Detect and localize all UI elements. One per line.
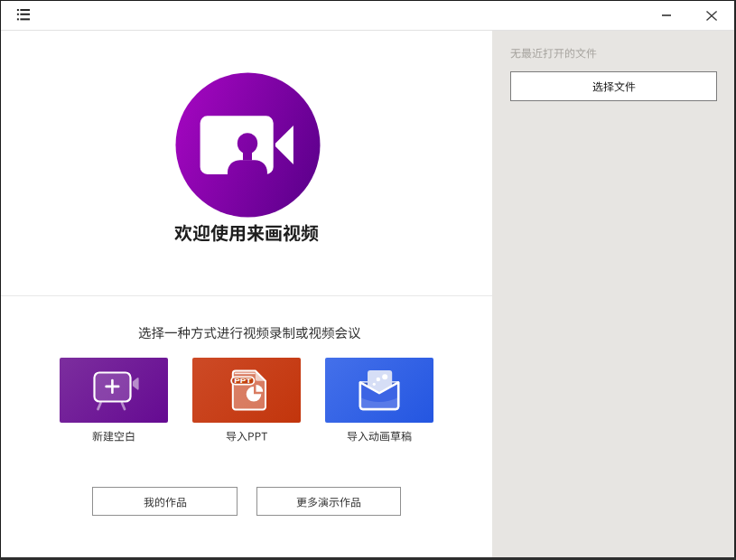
svg-text:PPT: PPT [234,378,252,384]
